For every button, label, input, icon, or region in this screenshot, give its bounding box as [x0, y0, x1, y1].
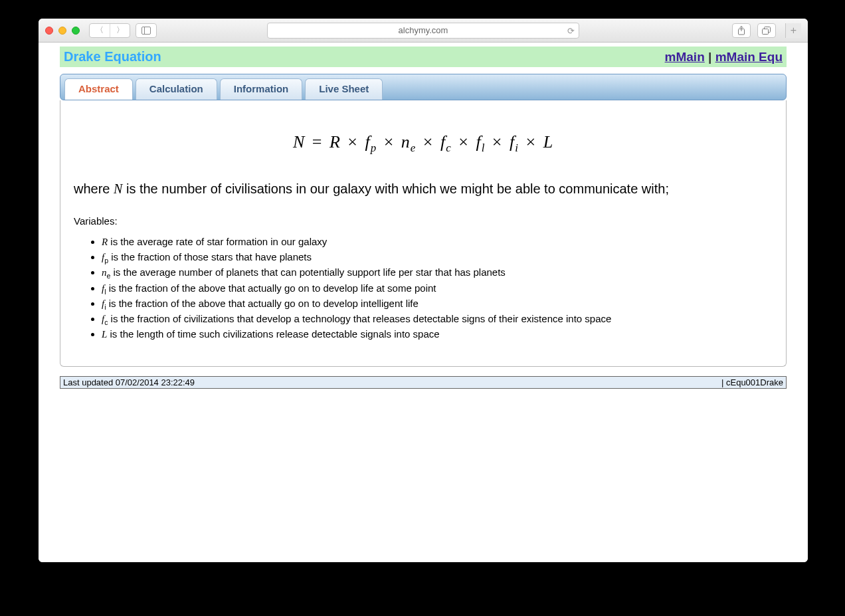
tab-bar: Abstract Calculation Information Live Sh… — [60, 74, 787, 100]
tab-information[interactable]: Information — [220, 78, 303, 100]
footer-right: | cEqu001Drake — [721, 377, 783, 387]
where-pre: where — [74, 181, 114, 196]
tabs-icon — [762, 27, 771, 35]
eq-ne: n — [401, 132, 411, 152]
variable-list: R is the average rate of star formation … — [102, 236, 773, 342]
var-item: ne is the average number of planets that… — [102, 266, 773, 280]
tab-live-sheet[interactable]: Live Sheet — [305, 78, 383, 100]
equation: N = R × fp × ne × fc × fl × fi × L — [74, 132, 773, 155]
where-line: where N is the number of civilisations i… — [74, 181, 773, 197]
where-sym: N — [114, 181, 122, 196]
browser-window: 〈 〉 alchymy.com ⟳ — [39, 19, 808, 562]
var-item: fl is the fraction of the above that act… — [102, 282, 773, 296]
eq-fp: f — [365, 132, 370, 152]
footer-left: Last updated 07/02/2014 23:22:49 — [63, 377, 195, 387]
back-button[interactable]: 〈 — [90, 24, 110, 37]
eq-times: × — [452, 132, 476, 152]
var-item: fp is the fraction of those stars that h… — [102, 251, 773, 265]
eq-R: R — [329, 132, 341, 152]
var-item: fi is the fraction of the above that act… — [102, 298, 773, 312]
content: N = R × fp × ne × fc × fl × fi × L where… — [60, 100, 787, 367]
sidebar-toggle-button[interactable] — [136, 23, 157, 38]
forward-button[interactable]: 〉 — [110, 24, 130, 37]
footer: Last updated 07/02/2014 23:22:49 | cEqu0… — [60, 376, 787, 389]
share-button[interactable] — [732, 23, 751, 38]
eq-fc: f — [440, 132, 446, 152]
eq-equals: = — [305, 132, 329, 152]
nav-back-forward: 〈 〉 — [89, 23, 130, 38]
var-sym: R — [102, 237, 108, 247]
var-sym: n — [102, 267, 107, 278]
eq-times: × — [519, 132, 543, 152]
page: Drake Equation mMain | mMain Equ Abstrac… — [39, 43, 808, 395]
reload-icon[interactable]: ⟳ — [567, 25, 575, 35]
where-post: is the number of civilisations in our ga… — [122, 181, 669, 196]
new-tab-button[interactable]: + — [785, 23, 801, 38]
window-controls — [45, 27, 80, 35]
titlebar: 〈 〉 alchymy.com ⟳ — [39, 19, 808, 43]
page-header: Drake Equation mMain | mMain Equ — [60, 47, 787, 67]
eq-L: L — [543, 132, 553, 152]
link-mmain-equ[interactable]: mMain Equ — [715, 50, 783, 64]
eq-fl: f — [476, 132, 481, 152]
link-separator: | — [708, 50, 715, 64]
share-icon — [737, 26, 745, 35]
var-desc: is the length of time such civilizations… — [107, 328, 439, 340]
eq-times: × — [416, 132, 440, 152]
eq-times: × — [341, 132, 365, 152]
eq-fi: f — [510, 132, 515, 152]
panel-icon — [141, 27, 151, 35]
header-links: mMain | mMain Equ — [665, 50, 783, 64]
address-bar[interactable]: alchymy.com ⟳ — [267, 23, 579, 39]
var-desc: is the fraction of civilizations that de… — [108, 313, 611, 324]
page-title: Drake Equation — [64, 49, 161, 64]
zoom-window-button[interactable] — [72, 27, 80, 35]
link-mmain[interactable]: mMain — [665, 50, 705, 64]
variables-label: Variables: — [74, 215, 773, 227]
tab-abstract[interactable]: Abstract — [64, 78, 133, 100]
eq-fc-sub: c — [446, 142, 452, 154]
viewport[interactable]: Drake Equation mMain | mMain Equ Abstrac… — [39, 43, 808, 562]
tabs-overview-button[interactable] — [757, 23, 776, 38]
var-desc: is the fraction of the above that actual… — [106, 282, 436, 294]
eq-times: × — [377, 132, 401, 152]
svg-rect-5 — [763, 29, 769, 34]
eq-times: × — [485, 132, 510, 152]
close-window-button[interactable] — [45, 27, 53, 35]
var-desc: is the fraction of those stars that have… — [108, 251, 312, 262]
minimize-window-button[interactable] — [58, 27, 66, 35]
toolbar-right: + — [732, 23, 801, 38]
var-desc: is the average number of planets that ca… — [110, 266, 506, 278]
var-item: R is the average rate of star formation … — [102, 236, 773, 250]
svg-rect-0 — [142, 27, 151, 34]
var-desc: is the average rate of star formation in… — [108, 236, 327, 247]
eq-N: N — [293, 132, 305, 152]
var-item: fc is the fraction of civilizations that… — [102, 313, 773, 327]
url-text: alchymy.com — [399, 25, 448, 35]
tab-calculation[interactable]: Calculation — [136, 78, 217, 100]
eq-fp-sub: p — [371, 142, 377, 154]
var-item: L is the length of time such civilizatio… — [102, 328, 773, 342]
var-desc: is the fraction of the above that actual… — [106, 298, 419, 309]
